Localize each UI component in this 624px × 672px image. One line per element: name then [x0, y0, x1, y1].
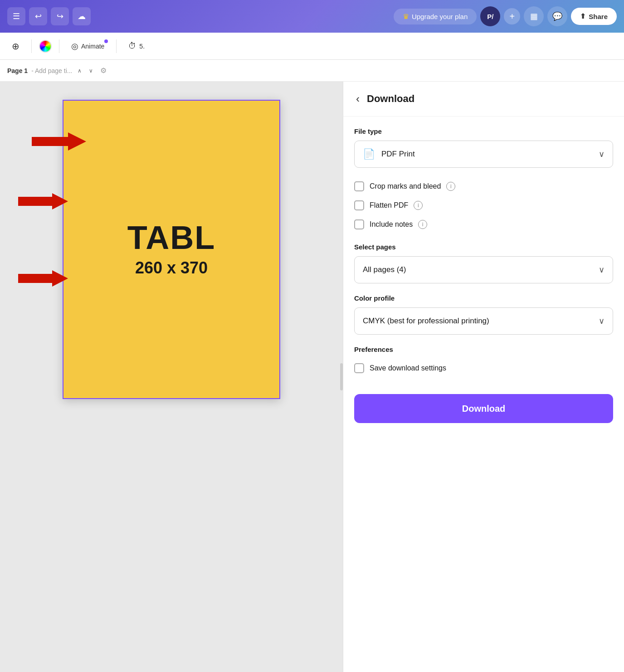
add-element-button[interactable]: ⊕ — [7, 38, 24, 54]
upgrade-button[interactable]: ♛ Upgrade your plan — [394, 9, 477, 24]
upgrade-label: Upgrade your plan — [412, 13, 468, 20]
share-label: Share — [589, 13, 608, 20]
chevron-down-icon: ∨ — [89, 68, 93, 74]
pages-dropdown[interactable]: All pages (4) ∨ — [354, 256, 613, 283]
arrow1 — [32, 132, 86, 154]
crop-marks-row: Crop marks and bleed i — [354, 177, 613, 196]
navbar: ☰ ↩ ↪ ☁ ♛ Upgrade your plan P/ + ▦ 💬 ⬆ S… — [0, 0, 624, 33]
undo-icon: ↩ — [35, 11, 42, 21]
svg-marker-0 — [32, 132, 86, 151]
download-btn-label: Download — [462, 404, 506, 414]
page-subtitle: - Add page ti... — [31, 67, 72, 74]
flatten-pdf-label: Flatten PDF — [370, 201, 408, 209]
redo-button[interactable]: ↪ — [51, 7, 69, 25]
share-icon: ⬆ — [580, 12, 586, 20]
divider2 — [59, 39, 59, 53]
include-notes-info-icon[interactable]: i — [418, 220, 427, 229]
panel-header: ‹ Download — [343, 82, 624, 117]
flatten-pdf-row: Flatten PDF i — [354, 196, 613, 215]
flatten-pdf-info-icon[interactable]: i — [414, 201, 423, 210]
pages-chevron: ∨ — [599, 265, 604, 275]
color-profile-label: Color profile — [354, 294, 613, 302]
save-settings-checkbox[interactable] — [354, 363, 364, 373]
page-chevron-down[interactable]: ∨ — [87, 66, 95, 76]
animate-icon: ◎ — [71, 41, 78, 51]
include-notes-checkbox[interactable] — [354, 219, 364, 229]
cloud-save-button[interactable]: ☁ — [73, 7, 91, 25]
include-notes-label: Include notes — [370, 220, 413, 229]
chart-icon: ▦ — [530, 11, 538, 21]
main-area: TABL 260 x 370 ‹ Download File type 📄 PD… — [0, 82, 624, 672]
secondary-toolbar: ⊕ ◎ Animate ⏱ 5. — [0, 33, 624, 60]
crown-icon: ♛ — [403, 12, 409, 21]
comment-button[interactable]: 💬 — [547, 6, 567, 26]
panel-back-button[interactable]: ‹ — [354, 91, 361, 107]
canvas-main-text: TABL — [127, 221, 216, 254]
page-chevron-up[interactable]: ∧ — [76, 66, 83, 76]
chevron-up-icon: ∧ — [78, 68, 82, 74]
undo-button[interactable]: ↩ — [29, 7, 47, 25]
include-notes-row: Include notes i — [354, 215, 613, 234]
animate-badge — [104, 39, 108, 43]
settings-icon: ⚙ — [100, 66, 107, 75]
color-swatch[interactable] — [39, 40, 52, 53]
back-icon: ‹ — [356, 93, 360, 105]
comment-icon: 💬 — [552, 11, 562, 21]
crop-marks-checkbox[interactable] — [354, 181, 364, 191]
redo-icon: ↪ — [57, 11, 63, 21]
info-text2: i — [418, 202, 419, 209]
plus-button[interactable]: + — [504, 8, 520, 24]
flatten-pdf-checkbox[interactable] — [354, 200, 364, 210]
color-profile-value: CMYK (best for professional printing) — [363, 317, 599, 326]
color-profile-dropdown[interactable]: CMYK (best for professional printing) ∨ — [354, 307, 613, 335]
save-settings-label: Save download settings — [370, 364, 446, 372]
file-type-value: PDF Print — [381, 150, 592, 159]
file-type-icon: 📄 — [363, 148, 375, 160]
canvas-page: TABL 260 x 370 — [63, 100, 280, 399]
info-text: i — [450, 183, 452, 190]
crop-marks-info-icon[interactable]: i — [446, 182, 455, 191]
panel-body: File type 📄 PDF Print ∨ Crop marks and b… — [343, 117, 624, 434]
file-type-label: File type — [354, 127, 613, 135]
divider1 — [31, 39, 32, 53]
menu-icon: ☰ — [13, 11, 20, 21]
timer-icon: ⏱ — [128, 41, 136, 51]
arrow2 — [18, 191, 68, 213]
animate-label: Animate — [81, 43, 104, 50]
all-pages-value: All pages (4) — [363, 265, 599, 274]
add-icon: ⊕ — [12, 41, 20, 52]
info-text3: i — [422, 221, 424, 228]
page-title-bar: Page 1 - Add page ti... ∧ ∨ ⚙ — [0, 60, 624, 82]
save-settings-row: Save download settings — [354, 359, 613, 378]
svg-marker-2 — [18, 270, 68, 287]
timer-label: 5. — [139, 43, 145, 50]
cloud-icon: ☁ — [78, 11, 86, 21]
preferences-section: Preferences Save download settings — [354, 346, 613, 378]
avatar-button[interactable]: P/ — [480, 6, 500, 26]
avatar-text: P/ — [487, 13, 493, 20]
logo-btn[interactable]: ☰ — [7, 7, 25, 25]
download-button[interactable]: Download — [354, 394, 613, 423]
file-type-dropdown[interactable]: 📄 PDF Print ∨ — [354, 141, 613, 168]
svg-marker-1 — [18, 193, 68, 209]
select-pages-label: Select pages — [354, 243, 613, 251]
timer-button[interactable]: ⏱ 5. — [124, 39, 149, 54]
page-label: Page 1 — [7, 67, 28, 74]
divider3 — [116, 39, 117, 53]
file-type-chevron: ∨ — [599, 149, 604, 159]
preferences-label: Preferences — [354, 346, 613, 353]
canvas-area[interactable]: TABL 260 x 370 — [0, 82, 343, 672]
arrow3 — [18, 268, 68, 290]
animate-button[interactable]: ◎ Animate — [67, 39, 109, 54]
canvas-sub-text: 260 x 370 — [135, 258, 208, 278]
panel-title: Download — [367, 93, 414, 105]
analytics-button[interactable]: ▦ — [524, 6, 544, 26]
crop-marks-label: Crop marks and bleed — [370, 182, 441, 190]
color-profile-chevron: ∨ — [599, 316, 604, 326]
share-button[interactable]: ⬆ Share — [571, 8, 617, 25]
download-panel: ‹ Download File type 📄 PDF Print ∨ Crop … — [343, 82, 624, 672]
plus-icon: + — [509, 11, 515, 22]
